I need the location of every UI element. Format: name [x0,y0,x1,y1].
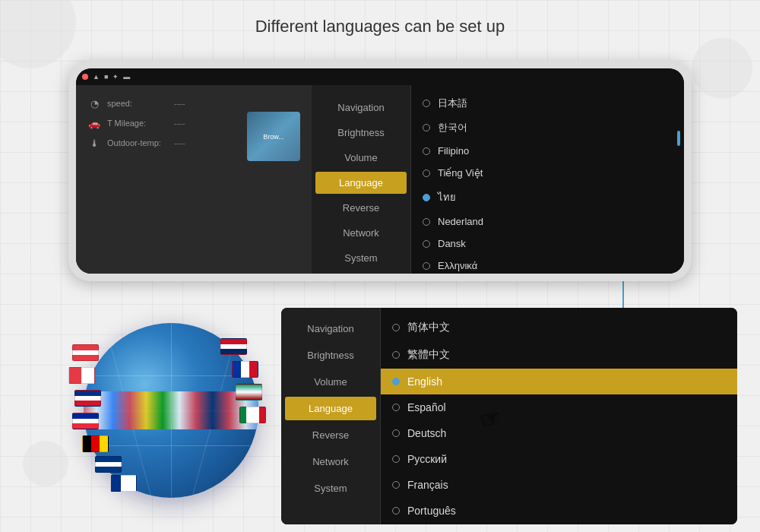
temp-label: Outdoor-temp: [107,138,168,147]
top-menu-item-volume[interactable]: Volume [315,147,407,169]
flag-3 [74,390,101,407]
lang-name: Português [407,505,456,517]
lang-name: 日本語 [438,97,467,110]
battery-icon: ▬ [123,73,130,81]
flag-6 [95,456,122,473]
top-lang-Ελληνικά[interactable]: Ελληνικά [411,255,684,274]
close-dot [82,74,88,80]
lang-name: 简体中文 [407,321,450,334]
radio-icon [392,429,400,437]
bottom-section: NavigationBrightnessVolumeLanguageRevers… [68,308,737,524]
scrollbar-thumb[interactable] [677,131,680,146]
radio-icon [392,324,400,331]
bottom-lang-English[interactable]: English [381,369,737,394]
top-lang-日本語[interactable]: 日本語 [411,91,684,116]
lang-name: 繁體中文 [407,348,450,362]
radio-icon [423,194,430,201]
top-lang-ไทย[interactable]: ไทย [411,184,684,211]
mileage-value: ---- [174,119,185,128]
browser-label: Brow... [263,133,284,141]
bottom-lang-Français[interactable]: Français [381,472,737,498]
radio-icon [392,378,400,385]
flag-8 [220,338,247,355]
bottom-lang-繁體中文[interactable]: 繁體中文 [381,341,737,369]
top-menu-item-navigation[interactable]: Navigation [315,97,407,119]
lang-name: Filipino [438,145,469,157]
bottom-menu-item-brightness[interactable]: Brightness [285,344,376,367]
radio-icon [423,124,430,131]
flag-5 [82,435,109,452]
lang-name: 한국어 [438,121,467,135]
speed-value: ---- [174,99,185,108]
radio-icon [423,262,430,270]
lang-name: Nederland [438,216,483,227]
flag-2 [68,367,95,384]
bottom-menu-item-reverse[interactable]: Reverse [285,423,376,447]
bottom-menu-item-network[interactable]: Network [285,450,376,473]
top-menu-item-reverse[interactable]: Reverse [315,197,407,219]
mileage-label: T Mileage: [107,119,168,128]
lang-name: English [407,375,442,388]
flag-4 [72,413,99,429]
bottom-menu-item-volume[interactable]: Volume [285,370,376,394]
top-menu-item-version[interactable]: Version [315,272,407,274]
car-info-panel: ◔ speed: ---- 🚗 T Mileage: ---- 🌡 Outdoo… [76,85,312,274]
bottom-menu: NavigationBrightnessVolumeLanguageRevers… [281,308,380,524]
radio-icon [392,481,400,489]
speedometer-icon: ◔ [87,97,101,110]
bottom-menu-item-language[interactable]: Language [285,397,376,420]
bottom-lang-简体中文[interactable]: 简体中文 [381,314,737,341]
radio-icon [392,455,400,463]
radio-icon [392,351,400,359]
radio-icon [423,147,430,155]
top-lang-Tiếng Việt[interactable]: Tiếng Việt [411,162,684,184]
lang-name: Ελληνικά [438,260,477,271]
thermometer-icon: 🌡 [87,136,101,150]
flag-10 [236,384,262,401]
radio-icon [423,240,430,248]
top-menu-item-brightness[interactable]: Brightness [315,122,407,144]
bottom-lang-Deutsch[interactable]: Deutsch [381,420,737,446]
flag-9 [232,361,258,378]
top-menu-item-network[interactable]: Network [315,222,407,244]
lang-name: Tiếng Việt [438,167,483,179]
lang-name: ไทย [438,189,456,205]
lang-name: Русский [407,453,447,465]
car-icon: 🚗 [87,116,101,130]
flag-11 [239,407,266,423]
flag-1 [72,344,99,361]
flag-7 [110,475,137,492]
radio-icon [423,169,430,177]
radio-icon [423,100,430,107]
top-menu-item-system[interactable]: System [315,247,407,269]
bottom-device: NavigationBrightnessVolumeLanguageRevers… [281,308,737,524]
bottom-menu-item-navigation[interactable]: Navigation [285,317,376,340]
temp-value: ---- [174,138,185,147]
bottom-menu-item-system[interactable]: System [285,477,376,500]
status-bar: ▲ ■ ✦ ▬ [76,68,684,85]
map-thumbnail: Brow... [247,112,300,161]
lang-name: Español [407,401,446,413]
top-lang-Nederland[interactable]: Nederland [411,211,684,233]
top-lang-Dansk[interactable]: Dansk [411,233,684,255]
speed-label: speed: [107,99,168,108]
lang-name: Deutsch [407,427,446,439]
bottom-lang-Русский[interactable]: Русский [381,446,737,472]
signal-icon: ■ [104,73,108,81]
top-lang-Filipino[interactable]: Filipino [411,140,684,162]
radio-icon [423,218,430,226]
bottom-lang-Português[interactable]: Português [381,498,737,524]
wifi-icon: ▲ [93,73,100,81]
radio-icon [392,507,400,515]
top-language-list[interactable]: 日本語한국어FilipinoTiếng ViệtไทยNederlandDans… [410,85,684,274]
bottom-lang-Español[interactable]: Español [381,394,737,420]
globe-container [68,308,281,524]
top-lang-한국어[interactable]: 한국어 [411,116,684,140]
lang-name: Français [407,479,448,491]
top-menu-item-language[interactable]: Language [315,172,407,194]
speed-row: ◔ speed: ---- [87,97,300,110]
page-title: Different languages can be set up [0,17,760,36]
bottom-language-list[interactable]: 简体中文繁體中文EnglishEspañolDeutschРусскийFran… [380,308,737,524]
lang-name: Dansk [438,238,466,249]
bluetooth-icon: ✦ [112,73,119,81]
